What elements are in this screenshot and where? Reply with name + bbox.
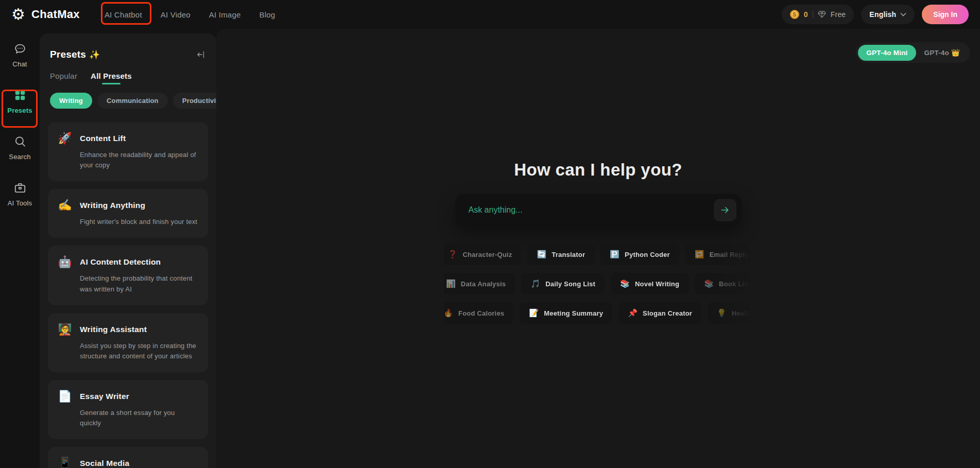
chip-icon: 🔥 — [443, 308, 453, 318]
chip-icon: 📊 — [446, 279, 456, 288]
preset-card[interactable]: 📱 Social Media Generating engaging copy … — [48, 447, 208, 468]
presets-panel: Presets✨ Popular All Presets Writing Com… — [40, 33, 216, 468]
preset-card[interactable]: 🧑‍🏫 Writing Assistant Assist you step by… — [48, 313, 208, 372]
presets-tabs: Popular All Presets — [48, 72, 208, 84]
sidebar-label: Presets — [7, 107, 32, 114]
nav-item[interactable]: AI Video — [161, 10, 191, 19]
suggestion-chip[interactable]: 📊 Data Analysis — [437, 273, 515, 294]
model-gpt4o-label: GPT-4o — [924, 49, 949, 57]
collapse-panel-button[interactable] — [196, 49, 206, 60]
preset-card-list: 🚀 Content Lift Enhance the readability a… — [48, 122, 208, 468]
sidebar-label: AI Tools — [8, 199, 32, 207]
sidebar-item-chat[interactable]: Chat — [0, 42, 40, 68]
suggestion-chip[interactable]: 🔄 Translator — [527, 244, 594, 265]
preset-card-icon: ✍️ — [57, 199, 73, 212]
preset-card-header: 🤖 AI Content Detection — [57, 255, 198, 269]
chip-icon: 🅿️ — [610, 250, 620, 259]
chat-bubble-icon — [13, 42, 27, 56]
preset-card-title: Essay Writer — [80, 392, 129, 401]
chip-label: Book List — [719, 280, 750, 288]
preset-card-description: Fight writer's block and finish your tex… — [80, 217, 198, 227]
filter-chip[interactable]: Communication — [97, 93, 168, 109]
suggestion-chip[interactable]: 💡 Health — [708, 302, 762, 324]
sign-in-button[interactable]: Sign In — [922, 5, 969, 24]
nav-item[interactable]: AI Image — [209, 10, 241, 19]
preset-card-description: Enhance the readability and appeal of yo… — [80, 150, 198, 170]
chip-label: Food Calories — [458, 309, 504, 317]
preset-card-title: Writing Assistant — [80, 325, 147, 334]
welcome-stack: How can I help you? ❓ Character-Quiz 🔄 T… — [216, 29, 980, 324]
preset-card-description: Assist you step by step in creating the … — [80, 341, 198, 361]
tab-all-presets[interactable]: All Presets — [91, 72, 132, 84]
chip-icon: 🔄 — [537, 250, 546, 259]
model-switcher: GPT-4o Mini GPT-4o 👑 — [856, 42, 970, 63]
chip-row-1: ❓ Character-Quiz 🔄 Translator 🅿️ Python … — [444, 244, 753, 265]
gem-icon — [818, 11, 826, 18]
preset-card-header: 🚀 Content Lift — [57, 132, 198, 145]
suggestion-chip[interactable]: 🅿️ Python Coder — [600, 244, 679, 265]
suggestion-chip[interactable]: ❓ Character-Quiz — [438, 244, 521, 265]
preset-card[interactable]: ✍️ Writing Anything Fight writer's block… — [48, 189, 208, 238]
panel-title-text: Presets — [50, 49, 86, 60]
chip-label: Novel Writing — [635, 280, 679, 288]
coin-icon: S — [790, 10, 799, 19]
preset-card[interactable]: 🚀 Content Lift Enhance the readability a… — [48, 122, 208, 181]
chip-label: Translator — [552, 251, 585, 258]
language-label: English — [869, 10, 896, 19]
search-icon — [13, 135, 27, 148]
coin-count: 0 — [804, 10, 808, 19]
sidebar-item-presets[interactable]: Presets — [0, 89, 40, 114]
preset-card-header: 📱 Social Media — [57, 457, 198, 468]
preset-card[interactable]: 📄 Essay Writer Generate a short essay fo… — [48, 380, 208, 439]
suggestion-chip[interactable]: 📌 Slogan Creator — [618, 302, 701, 324]
chip-label: Email Reply — [710, 251, 749, 258]
sidebar-item-ai-tools[interactable]: AI Tools — [0, 181, 40, 207]
briefcase-icon — [13, 181, 27, 195]
language-selector[interactable]: English — [861, 5, 915, 24]
suggestion-chip[interactable]: 📚 Book List — [695, 273, 760, 294]
preset-card-title: Writing Anything — [80, 201, 145, 210]
chip-icon: 💡 — [717, 308, 727, 318]
preset-card[interactable]: 🤖 AI Content Detection Detecting the pro… — [48, 246, 208, 305]
send-button[interactable] — [714, 199, 736, 221]
chevron-down-icon — [900, 12, 906, 16]
brand[interactable]: ⚙ ChatMax — [11, 7, 80, 22]
suggestion-chip[interactable]: 📚 Novel Writing — [611, 273, 689, 294]
suggestion-chip[interactable]: 📝 Meeting Summary — [520, 302, 612, 324]
sparkles-icon: ✨ — [89, 50, 100, 60]
header-right: S 0 Free English Sign In — [782, 5, 969, 24]
divider — [813, 11, 813, 18]
chip-label: Meeting Summary — [544, 309, 603, 317]
tab-popular[interactable]: Popular — [50, 72, 77, 84]
presets-panel-title: Presets✨ — [50, 49, 100, 60]
suggestion-chip[interactable]: 🎵 Daily Song List — [521, 273, 605, 294]
model-gpt4o[interactable]: GPT-4o 👑 — [916, 44, 968, 61]
filter-chip[interactable]: Productivity — [173, 93, 216, 109]
suggestion-chips: ❓ Character-Quiz 🔄 Translator 🅿️ Python … — [444, 244, 753, 324]
welcome-heading: How can I help you? — [514, 160, 682, 180]
model-gpt4o-mini[interactable]: GPT-4o Mini — [858, 45, 916, 61]
preset-card-description: Generate a short essay for you quickly — [80, 408, 198, 428]
preset-card-title: Social Media — [80, 459, 129, 468]
crown-icon: 👑 — [951, 49, 960, 57]
nav-item[interactable]: Blog — [259, 10, 275, 19]
credits-pill[interactable]: S 0 Free — [782, 5, 854, 24]
suggestion-chip[interactable]: 🔁 Email Reply — [685, 244, 758, 265]
preset-card-header: 🧑‍🏫 Writing Assistant — [57, 323, 198, 336]
suggestion-chip[interactable]: 🔥 Food Calories — [434, 302, 513, 324]
prompt-input[interactable] — [469, 205, 714, 215]
chip-row-3: 🔥 Food Calories 📝 Meeting Summary 📌 Slog… — [444, 302, 753, 324]
preset-card-title: AI Content Detection — [80, 257, 161, 267]
filter-chip[interactable]: Writing — [50, 93, 92, 109]
preset-card-icon: 🧑‍🏫 — [57, 323, 73, 336]
arrow-right-icon — [720, 205, 730, 215]
nav-item[interactable]: AI Chatbot — [105, 10, 142, 19]
sidebar-item-search[interactable]: Search — [0, 135, 40, 161]
preset-card-header: ✍️ Writing Anything — [57, 199, 198, 212]
chip-row-2: 📊 Data Analysis 🎵 Daily Song List 📚 Nove… — [444, 273, 753, 294]
preset-card-icon: 📱 — [57, 457, 73, 468]
plan-label: Free — [831, 10, 846, 19]
chip-icon: 🔁 — [695, 250, 704, 259]
gear-logo-icon: ⚙ — [11, 7, 25, 22]
chip-label: Daily Song List — [545, 280, 595, 288]
